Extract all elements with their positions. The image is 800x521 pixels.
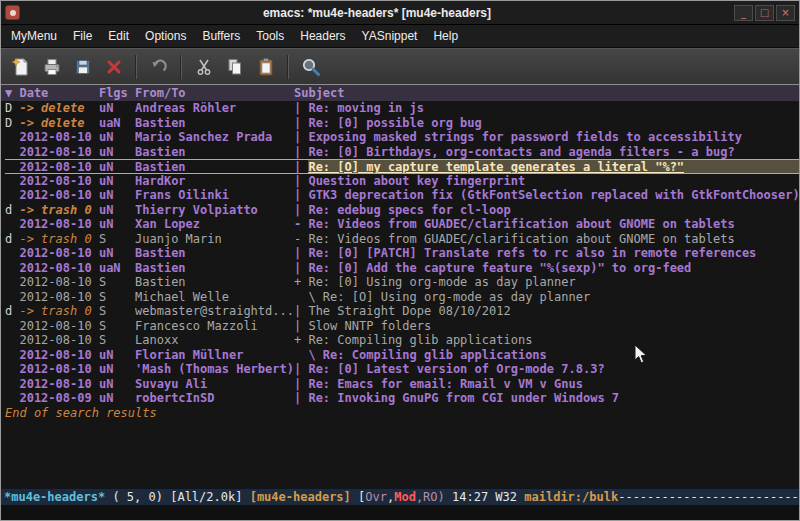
row-date: 2012-08-10 [19, 348, 98, 363]
print-button[interactable] [38, 53, 65, 80]
row-subject: Slow NNTP folders [308, 319, 799, 334]
row-thread-prefix: | [294, 160, 308, 173]
row-mark [5, 319, 19, 334]
row-from: Juanjo Marin [135, 232, 294, 247]
row-subject: Re: Emacs for email: Rmail v VM v Gnus [308, 377, 799, 392]
close-buffer-button[interactable] [100, 53, 127, 80]
message-row[interactable]: 2012-08-10uNFrans Oilinki| GTK3 deprecat… [5, 188, 799, 203]
message-row[interactable]: 2012-08-10uNXan Lopez- Re: Videos from G… [5, 217, 799, 232]
row-thread-prefix: | [294, 377, 308, 392]
row-flags: uN [99, 101, 135, 116]
minimize-button[interactable]: _ [734, 5, 753, 21]
row-from: Bastien [135, 246, 294, 261]
message-row[interactable]: 2012-08-10uNBastien| Re: [O] my capture … [5, 159, 799, 174]
row-thread-prefix: + [294, 333, 308, 348]
menu-mymenu[interactable]: MyMenu [3, 26, 65, 46]
message-row[interactable]: 2012-08-10uNBastien| Re: [0] [PATCH] Tra… [5, 246, 799, 261]
menu-file[interactable]: File [65, 26, 100, 46]
row-date: -> trash 0 [19, 203, 98, 218]
row-subject: Re: [O] Using org-mode as day planner [323, 290, 799, 305]
row-subject: Re: [0] Birthdays, org-contacts and agen… [308, 145, 799, 160]
cut-button[interactable] [190, 53, 217, 80]
row-mark [5, 348, 19, 363]
message-row[interactable]: d-> trash 0SJuanjo Marin- Re: Videos fro… [5, 232, 799, 247]
row-from: Bastien [135, 261, 294, 276]
row-date: -> trash 0 [19, 232, 98, 247]
message-row[interactable]: 2012-08-10SBastien+ Re: [0] Using org-mo… [5, 275, 799, 290]
menu-options[interactable]: Options [137, 26, 194, 46]
menu-edit[interactable]: Edit [100, 26, 137, 46]
row-date: 2012-08-10 [19, 333, 98, 348]
modeline-segment-folder: maildir:/bulk [524, 490, 618, 504]
message-row[interactable]: D-> deleteuNAndreas Röhler| Re: moving i… [5, 101, 799, 116]
menu-help[interactable]: Help [425, 26, 466, 46]
message-row[interactable]: 2012-08-10SLanoxx+ Re: Compiling glib ap… [5, 333, 799, 348]
row-thread-prefix: - [294, 232, 308, 247]
message-row[interactable]: d-> trash 0uNThierry Volpiatto| Re: edeb… [5, 203, 799, 218]
row-mark [5, 217, 19, 232]
row-mark [5, 130, 19, 145]
column-header-date[interactable]: ▼ Date [5, 85, 99, 101]
row-flags: uN [99, 348, 135, 363]
copy-icon [225, 57, 245, 77]
row-flags: uN [99, 217, 135, 232]
row-subject: Re: Videos from GUADEC/clarification abo… [308, 232, 799, 247]
menu-tools[interactable]: Tools [248, 26, 292, 46]
search-icon [300, 56, 322, 78]
row-thread-prefix: \ [294, 290, 323, 305]
row-flags: uN [99, 246, 135, 261]
row-from: robertcInSD [135, 391, 294, 406]
undo-button[interactable] [145, 53, 172, 80]
save-icon [73, 57, 93, 77]
row-from: Bastien [135, 116, 294, 131]
close-button[interactable]: × [776, 5, 795, 21]
title-bar[interactable]: emacs: *mu4e-headers* [mu4e-headers] _□× [1, 1, 799, 25]
message-row[interactable]: 2012-08-10SMichael Welle \ Re: [O] Using… [5, 290, 799, 305]
maximize-button[interactable]: □ [755, 5, 774, 21]
new-file-button[interactable] [7, 53, 34, 80]
row-subject: Re: [0] possible org bug [308, 116, 799, 131]
paste-button[interactable] [252, 53, 279, 80]
headers-buffer: D-> deleteuNAndreas Röhler| Re: moving i… [1, 101, 799, 488]
row-thread-prefix: | [294, 391, 308, 406]
message-row[interactable]: 2012-08-10uNFlorian Müllner \ Re: Compil… [5, 348, 799, 363]
row-flags: S [99, 232, 135, 247]
row-from: Francesco Mazzoli [135, 319, 294, 334]
message-row[interactable]: 2012-08-10uNSuvayu Ali| Re: Emacs for em… [5, 377, 799, 392]
save-button[interactable] [69, 53, 96, 80]
row-from: Bastien [135, 145, 294, 160]
column-header-from[interactable]: From/To [135, 85, 294, 101]
message-row[interactable]: 2012-08-10uNHardKor| Question about key … [5, 174, 799, 189]
message-row[interactable]: d-> trash 0Swebmaster@straightd...| The … [5, 304, 799, 319]
menu-buffers[interactable]: Buffers [194, 26, 248, 46]
message-row[interactable]: 2012-08-10uNBastien| Re: [0] Birthdays, … [5, 145, 799, 160]
echo-area[interactable] [1, 505, 799, 520]
column-header-flags[interactable]: Flgs [99, 85, 135, 101]
row-thread-prefix: | [294, 261, 308, 276]
row-from: Frans Oilinki [135, 188, 294, 203]
message-row[interactable]: 2012-08-10uN'Mash (Thomas Herbert)| Re: … [5, 362, 799, 377]
column-header-subject[interactable]: Subject [294, 85, 345, 101]
copy-button[interactable] [221, 53, 248, 80]
window-title: emacs: *mu4e-headers* [mu4e-headers] [20, 6, 734, 20]
row-mark: d [5, 203, 19, 218]
message-row[interactable]: 2012-08-10SFrancesco Mazzoli| Slow NNTP … [5, 319, 799, 334]
message-row[interactable]: 2012-08-10uNMario Sanchez Prada| Exposin… [5, 130, 799, 145]
menu-yasnippet[interactable]: YASnippet [354, 26, 426, 46]
message-row[interactable]: D-> deleteuaNBastien| Re: [0] possible o… [5, 116, 799, 131]
row-from: HardKor [135, 174, 294, 189]
search-button[interactable] [297, 53, 324, 80]
row-flags: uN [99, 174, 135, 189]
menu-headers[interactable]: Headers [292, 26, 353, 46]
row-date: 2012-08-10 [19, 217, 98, 232]
row-subject: Question about key fingerprint [308, 174, 799, 189]
toolbar-separator [135, 55, 137, 79]
message-row[interactable]: 2012-08-10uaNBastien| Re: [0] Add the ca… [5, 261, 799, 276]
mode-line[interactable]: *mu4e-headers* ( 5, 0) [All/2.0k] [mu4e-… [1, 488, 799, 505]
row-from: Florian Müllner [135, 348, 294, 363]
row-thread-prefix: | [294, 246, 308, 261]
modeline-segment-minor: ,RO) [416, 490, 445, 504]
row-mark [5, 261, 19, 276]
row-mark: D [5, 101, 19, 116]
message-row[interactable]: 2012-08-09uNrobertcInSD| Re: Invoking Gn… [5, 391, 799, 406]
